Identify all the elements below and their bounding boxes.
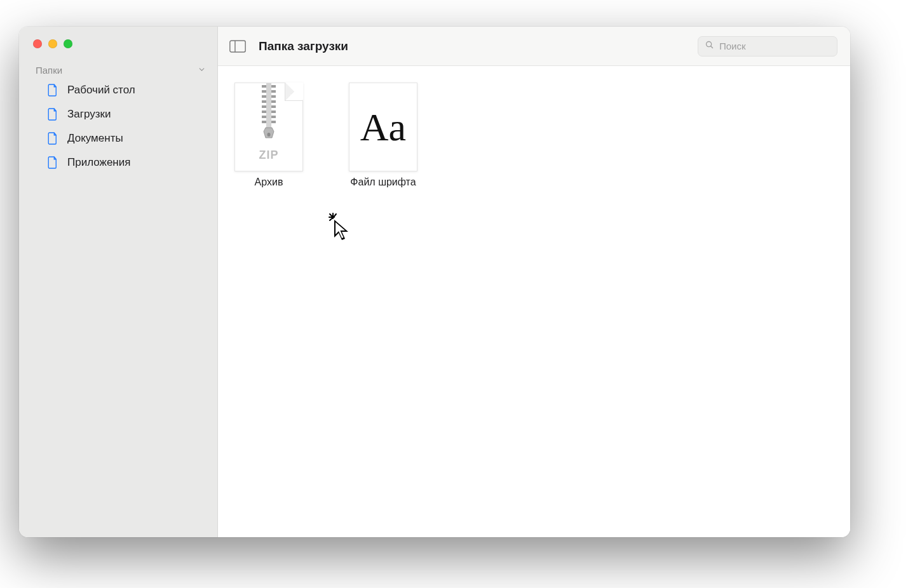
file-item-archive[interactable]: ZIP Архив	[224, 83, 313, 188]
document-icon	[47, 131, 58, 145]
svg-line-3	[711, 46, 713, 48]
sidebar-item-label: Рабочий стол	[67, 84, 135, 97]
sidebar-group-label: Папки	[36, 65, 62, 76]
font-glyph: Aa	[360, 107, 406, 147]
main-pane: Папка загрузки	[218, 27, 850, 537]
sidebar-item-documents[interactable]: Документы	[24, 127, 212, 150]
sidebar-item-applications[interactable]: Приложения	[24, 151, 212, 174]
document-icon	[47, 107, 58, 121]
close-window-button[interactable]	[33, 39, 42, 48]
sidebar-item-label: Загрузки	[67, 108, 111, 121]
sidebar-item-label: Документы	[67, 132, 123, 145]
search-field[interactable]	[698, 36, 837, 57]
sidebar-item-label: Приложения	[67, 156, 130, 169]
finder-window: Папки Рабочий стол Загрузки	[19, 27, 850, 537]
window-controls	[19, 39, 217, 61]
minimize-window-button[interactable]	[48, 39, 57, 48]
font-file-icon: Aa	[349, 83, 417, 171]
toggle-sidebar-button[interactable]	[229, 40, 246, 53]
file-grid[interactable]: ZIP Архив Aa Файл шрифта	[218, 66, 850, 537]
search-icon	[705, 40, 714, 52]
file-name-label: Архив	[255, 177, 283, 188]
sidebar-item-desktop[interactable]: Рабочий стол	[24, 79, 212, 102]
document-icon	[47, 156, 58, 170]
file-name-label: Файл шрифта	[350, 177, 416, 188]
document-icon	[47, 83, 58, 97]
svg-rect-0	[230, 41, 245, 52]
window-title: Папка загрузки	[259, 39, 685, 53]
sidebar-item-downloads[interactable]: Загрузки	[24, 103, 212, 126]
zip-badge: ZIP	[259, 149, 278, 162]
chevron-down-icon	[198, 65, 206, 76]
toolbar: Папка загрузки	[218, 27, 850, 66]
file-item-font[interactable]: Aa Файл шрифта	[339, 83, 428, 188]
search-input[interactable]	[719, 41, 830, 51]
zoom-window-button[interactable]	[64, 39, 72, 48]
sidebar-group-header[interactable]: Папки	[19, 61, 217, 78]
sidebar: Папки Рабочий стол Загрузки	[19, 27, 218, 537]
zip-file-icon: ZIP	[234, 83, 303, 171]
